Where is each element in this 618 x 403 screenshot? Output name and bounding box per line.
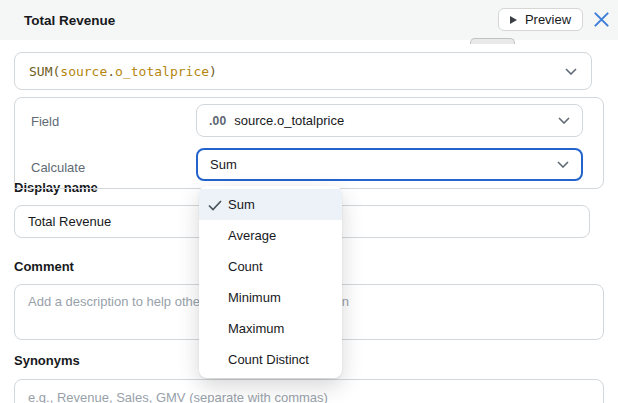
comment-label: Comment [14,259,74,274]
formula-column: o_totalprice [115,64,209,79]
chevron-down-icon [565,68,577,75]
numeric-type-icon: .00 [209,114,226,128]
field-label: Field [31,98,59,144]
menu-item-average[interactable]: Average [199,220,342,251]
calculate-dropdown[interactable]: Sum [196,148,583,181]
menu-item-minimum[interactable]: Minimum [199,282,342,313]
play-icon [510,16,517,24]
metric-editor-panel: { "header": { "title": "Total Revenue", … [0,0,618,403]
synonyms-label: Synonyms [14,353,80,368]
formula-dot: . [107,64,115,79]
menu-item-count-distinct[interactable]: Count Distinct [199,344,342,375]
calculate-dropdown-value: Sum [210,157,237,172]
menu-item-maximum[interactable]: Maximum [199,313,342,344]
formula-expression: SUM(source.o_totalprice) [29,64,217,79]
panel-header: Total Revenue Preview [0,0,618,40]
formula-close-paren: ) [209,64,217,79]
menu-item-label: Minimum [228,290,281,305]
menu-item-label: Count [228,259,263,274]
close-icon[interactable] [592,10,610,28]
formula-keyword: SUM( [29,64,60,79]
menu-item-label: Average [228,228,276,243]
formula-select[interactable]: SUM(source.o_totalprice) [14,52,592,90]
menu-item-sum[interactable]: Sum [199,189,342,220]
preview-button-label: Preview [525,12,571,27]
field-dropdown-value: source.o_totalprice [234,113,344,128]
menu-item-label: Maximum [228,321,284,336]
partially-hidden-element [470,38,515,44]
aggregation-card: Field .00 source.o_totalprice Calculate … [14,97,604,189]
panel-title: Total Revenue [24,0,115,40]
calculate-menu: Sum Average Count Minimum Maximum Count … [199,186,342,378]
menu-item-label: Sum [228,197,255,212]
check-icon [208,199,222,214]
field-dropdown[interactable]: .00 source.o_totalprice [196,104,583,137]
menu-item-count[interactable]: Count [199,251,342,282]
synonyms-input[interactable] [14,379,604,403]
chevron-down-icon [557,161,569,168]
menu-item-label: Count Distinct [228,352,309,367]
chevron-down-icon [558,117,570,124]
card-bottom-border-line [14,188,124,189]
formula-table: source [60,64,107,79]
preview-button[interactable]: Preview [498,8,583,31]
